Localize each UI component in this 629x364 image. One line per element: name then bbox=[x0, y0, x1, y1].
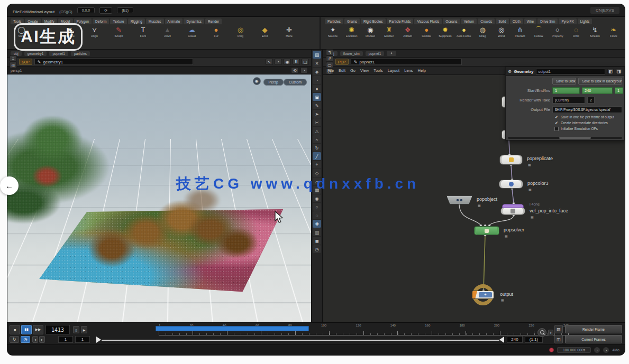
viewport-header-icon[interactable]: ⟲ bbox=[291, 67, 298, 73]
range-end-field[interactable]: 240 bbox=[582, 87, 613, 94]
side-tool-icon[interactable]: ◉ bbox=[313, 194, 321, 202]
network-menu-item[interactable]: Go bbox=[350, 68, 355, 73]
shelf-tool[interactable]: ↯Stream bbox=[586, 26, 604, 38]
checkbox[interactable] bbox=[554, 127, 559, 131]
breadcrumb-segment[interactable]: ✦ bbox=[387, 51, 396, 56]
take-dropdown[interactable]: (Current) bbox=[552, 97, 585, 104]
side-tool-icon[interactable]: ≈ bbox=[313, 135, 321, 143]
param-checkbox-row[interactable]: Save in one file per frame of output bbox=[506, 114, 624, 120]
viewport-header-icon[interactable]: ◔ bbox=[300, 67, 308, 73]
network-menu-item[interactable]: Edit bbox=[339, 68, 345, 73]
shelf-tab[interactable]: Vellum bbox=[461, 18, 477, 24]
shelf-tool[interactable]: ●Axis Force bbox=[455, 26, 473, 38]
toolbar-icon[interactable]: ⠿ bbox=[293, 59, 300, 65]
shelf-tool[interactable]: ◌Orbit bbox=[567, 26, 585, 38]
network-menu-item[interactable]: Tools bbox=[373, 68, 383, 73]
playbar-right-icon[interactable]: ▧ bbox=[554, 325, 563, 333]
range-mid-input[interactable]: 1 bbox=[75, 336, 90, 343]
shelf-tool[interactable]: ⌒Follow bbox=[530, 26, 548, 38]
side-tool-icon[interactable]: ✎ bbox=[313, 101, 321, 109]
shelf-tab[interactable]: Animate bbox=[165, 18, 183, 24]
network-menu-item[interactable]: View bbox=[360, 68, 369, 73]
menu-item[interactable]: File bbox=[13, 10, 20, 14]
transport-button[interactable]: ▶▶ bbox=[33, 325, 43, 334]
side-tool-icon[interactable]: ◼ bbox=[313, 237, 321, 245]
refresh-icon[interactable]: ⟳ bbox=[99, 7, 112, 14]
playbar-right-icon[interactable]: ◫ bbox=[554, 335, 563, 343]
magnifier-icon[interactable] bbox=[537, 328, 546, 337]
shelf-tool[interactable]: ◉Rocket bbox=[361, 26, 379, 38]
param-checkbox-row[interactable]: Initialize Simulation OPs bbox=[506, 126, 624, 132]
range-slider-end[interactable] bbox=[499, 337, 504, 343]
transport-button[interactable]: ▮▮ bbox=[21, 325, 32, 334]
playbar-mini-button[interactable]: ▶ bbox=[81, 326, 87, 333]
network-path-field[interactable]: ✎popnet1 bbox=[351, 59, 462, 65]
playbar-mini-button[interactable]: ◂ bbox=[32, 336, 38, 343]
menu-item[interactable]: Window bbox=[27, 10, 42, 14]
node-popobject[interactable]: popobject ▦ bbox=[446, 195, 472, 204]
shelf-tool[interactable]: ▲Anvil bbox=[156, 26, 179, 38]
save-button[interactable]: Save to Disk in Background bbox=[578, 78, 622, 85]
range-end-input[interactable]: 240 bbox=[507, 336, 523, 343]
shelf-tab[interactable]: Wire bbox=[524, 18, 536, 24]
breadcrumb-segment[interactable]: flower_sim bbox=[340, 51, 363, 56]
side-tool-icon[interactable]: ◔ bbox=[313, 76, 321, 84]
toolbar-icon[interactable]: ↖ bbox=[266, 59, 273, 65]
side-tool-icon[interactable]: ✚ bbox=[313, 220, 321, 228]
node-output[interactable]: ✦ output ▦ bbox=[472, 284, 494, 305]
shelf-tool[interactable]: ✹Suppress bbox=[436, 26, 454, 38]
breadcrumb-segment[interactable]: popnet1 bbox=[366, 51, 385, 56]
network-menu-item[interactable]: Help bbox=[417, 68, 425, 73]
side-tool-icon[interactable]: ● bbox=[313, 85, 321, 92]
breadcrumb-segment[interactable]: particles bbox=[71, 51, 90, 56]
shelf-tab[interactable]: Crowds bbox=[478, 18, 495, 24]
back-button[interactable]: ← bbox=[0, 176, 19, 195]
shelf-tab[interactable]: Lights bbox=[578, 18, 592, 24]
parameter-panel-titlebar[interactable]: ⚙ Geometry output1 ◧ ◨ bbox=[506, 67, 624, 76]
shelf-tab[interactable]: Dynamics bbox=[184, 18, 204, 24]
realtime-toggle[interactable]: ◷ bbox=[21, 336, 30, 343]
playbar-mini-button[interactable]: ▸ bbox=[39, 336, 45, 343]
network-menu-item[interactable]: Lens bbox=[404, 68, 413, 73]
shelf-tool[interactable]: ✺Location bbox=[342, 26, 360, 38]
breadcrumb-segment[interactable]: popnet1 bbox=[49, 51, 68, 56]
checkbox[interactable] bbox=[554, 121, 559, 125]
status-icon[interactable]: ◑ bbox=[603, 347, 609, 353]
shelf-tab[interactable]: Particles bbox=[325, 18, 343, 24]
shelf-tab[interactable]: Grains bbox=[344, 18, 360, 24]
node-popreplicate[interactable]: popreplicate ▦ bbox=[499, 155, 523, 165]
checkbox[interactable] bbox=[554, 115, 559, 119]
output-file-field[interactable]: $HIP/Proxy/$OS.$F.bgeo.sc 'special' bbox=[552, 106, 622, 113]
toolbar-icon[interactable]: ≡ bbox=[10, 55, 17, 62]
range-slider-track[interactable] bbox=[102, 340, 499, 341]
shelf-tool[interactable]: ☁Cloud bbox=[180, 26, 204, 38]
shelf-tool[interactable]: ◍Drag bbox=[473, 26, 491, 38]
side-tool-icon[interactable]: ▤ bbox=[313, 51, 321, 59]
take-extra-button[interactable]: 2 bbox=[587, 97, 595, 104]
menu-item[interactable]: Layout bbox=[42, 10, 54, 14]
viewport-pill-button[interactable]: Custom bbox=[284, 79, 307, 86]
breadcrumb-segment[interactable]: geometry1 bbox=[24, 51, 47, 56]
shelf-tool[interactable]: ◆Emit bbox=[253, 26, 277, 38]
side-tool-icon[interactable]: ○ bbox=[313, 203, 321, 211]
shelf-tab[interactable]: Particle Fluids bbox=[387, 18, 414, 24]
range-inc-field[interactable]: 1 bbox=[615, 87, 623, 94]
network-menu-item[interactable]: File bbox=[327, 68, 334, 73]
side-tool-icon[interactable]: △ bbox=[313, 127, 321, 135]
toolbar-icon[interactable]: ◔ bbox=[275, 59, 282, 65]
shelf-tool[interactable]: ♜Emitter bbox=[380, 26, 398, 38]
range-extra-field[interactable]: (1.1) bbox=[525, 336, 543, 343]
shelf-tool[interactable]: ✎Sculpt bbox=[107, 26, 131, 38]
side-tool-icon[interactable]: ▣ bbox=[313, 93, 321, 101]
shelf-tab[interactable]: Cloth bbox=[510, 18, 523, 24]
shelf-tab[interactable]: Rigging bbox=[128, 18, 145, 24]
nav-icon[interactable]: ▭ bbox=[326, 62, 333, 68]
nav-icon[interactable]: ↰ bbox=[326, 49, 333, 55]
save-button[interactable]: Save to Disk bbox=[552, 78, 576, 85]
shelf-tool[interactable]: ⋔Interact bbox=[511, 26, 529, 38]
shelf-tab[interactable]: Deform bbox=[93, 18, 109, 24]
esc-field[interactable]: (Es) bbox=[117, 7, 133, 13]
shelf-tab[interactable]: Solid bbox=[496, 18, 508, 24]
shelf-tool[interactable]: ◎Wind bbox=[492, 26, 510, 38]
side-tool-icon[interactable]: ╱ bbox=[313, 152, 321, 160]
